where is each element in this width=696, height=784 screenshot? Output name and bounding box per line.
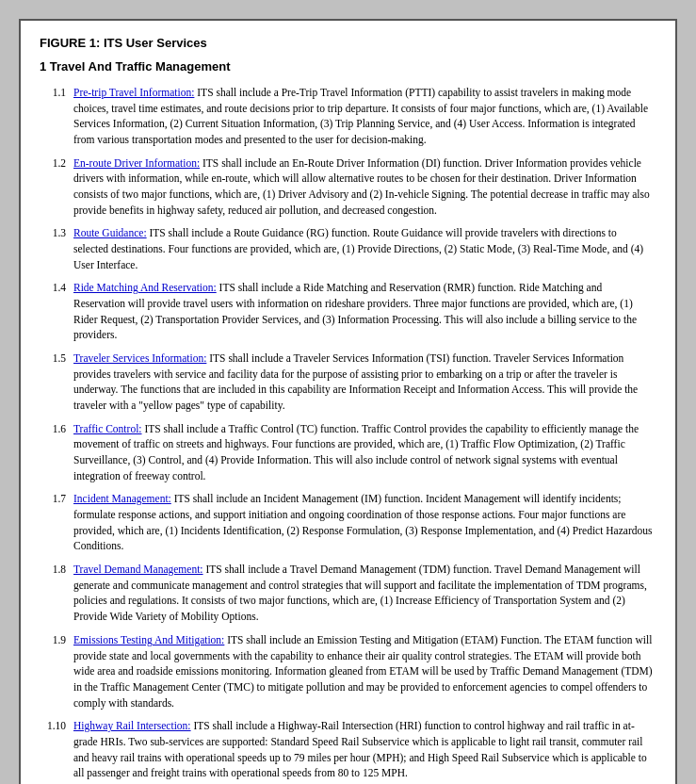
table-row: 1.4Ride Matching And Reservation: ITS sh… bbox=[40, 278, 656, 349]
item-text: Ride Matching And Reservation: ITS shall… bbox=[70, 278, 656, 349]
item-number: 1.2 bbox=[40, 154, 70, 224]
table-row: 1.1Pre-trip Travel Information: ITS shal… bbox=[40, 83, 656, 154]
item-link[interactable]: Travel Demand Management: bbox=[73, 564, 203, 575]
item-number: 1.4 bbox=[40, 278, 70, 349]
item-link[interactable]: Traffic Control: bbox=[73, 423, 142, 434]
item-number: 1.3 bbox=[40, 223, 70, 278]
table-row: 1.8Travel Demand Management: ITS shall i… bbox=[40, 560, 656, 630]
table-row: 1.5Traveler Services Information: ITS sh… bbox=[40, 349, 656, 419]
item-link[interactable]: Incident Management: bbox=[73, 493, 171, 504]
item-link[interactable]: Traveler Services Information: bbox=[73, 352, 206, 364]
item-text: Route Guidance: ITS shall include a Rout… bbox=[70, 223, 656, 278]
item-number: 1.7 bbox=[40, 489, 70, 560]
item-text: Emissions Testing And Mitigation: ITS sh… bbox=[70, 630, 656, 716]
item-text: Pre-trip Travel Information: ITS shall i… bbox=[70, 83, 656, 154]
section-title: 1 Travel And Traffic Management bbox=[40, 59, 656, 74]
table-row: 1.9Emissions Testing And Mitigation: ITS… bbox=[40, 630, 656, 716]
table-row: 1.10Highway Rail Intersection: ITS shall… bbox=[40, 716, 656, 784]
table-row: 1.6Traffic Control: ITS shall include a … bbox=[40, 419, 656, 490]
item-number: 1.6 bbox=[40, 419, 70, 490]
item-text: Travel Demand Management: ITS shall incl… bbox=[70, 560, 656, 630]
item-number: 1.5 bbox=[40, 349, 70, 419]
item-number: 1.10 bbox=[40, 716, 70, 784]
item-text: Incident Management: ITS shall include a… bbox=[70, 489, 656, 560]
page-container: FIGURE 1: ITS User Services 1 Travel And… bbox=[19, 19, 677, 784]
item-text: Traveler Services Information: ITS shall… bbox=[70, 349, 656, 419]
item-text: Highway Rail Intersection: ITS shall inc… bbox=[70, 716, 656, 784]
item-link[interactable]: Ride Matching And Reservation: bbox=[73, 282, 217, 293]
item-number: 1.1 bbox=[40, 83, 70, 154]
item-link[interactable]: Highway Rail Intersection: bbox=[73, 720, 191, 731]
items-table: 1.1Pre-trip Travel Information: ITS shal… bbox=[40, 83, 656, 784]
table-row: 1.3Route Guidance: ITS shall include a R… bbox=[40, 223, 656, 278]
table-row: 1.7Incident Management: ITS shall includ… bbox=[40, 489, 656, 560]
table-row: 1.2En-route Driver Information: ITS shal… bbox=[40, 154, 656, 224]
item-text: En-route Driver Information: ITS shall i… bbox=[70, 154, 656, 224]
item-number: 1.8 bbox=[40, 560, 70, 630]
item-link[interactable]: En-route Driver Information: bbox=[73, 157, 200, 169]
figure-title: FIGURE 1: ITS User Services bbox=[40, 36, 656, 50]
item-number: 1.9 bbox=[40, 630, 70, 716]
item-text: Traffic Control: ITS shall include a Tra… bbox=[70, 419, 656, 490]
item-link[interactable]: Route Guidance: bbox=[73, 227, 147, 238]
item-link[interactable]: Pre-trip Travel Information: bbox=[73, 87, 194, 98]
item-link[interactable]: Emissions Testing And Mitigation: bbox=[73, 634, 224, 645]
